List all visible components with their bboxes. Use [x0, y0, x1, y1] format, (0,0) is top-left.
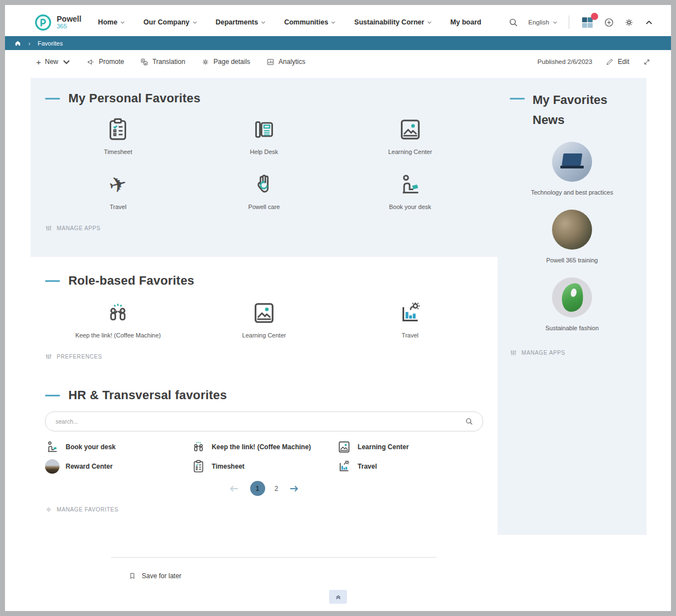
app-window: Powell 365 Home Our Company Departments … [0, 0, 676, 616]
manage-favorites-link[interactable]: MANAGE FAVORITES [45, 506, 118, 513]
page-footer: Save for later [5, 557, 671, 604]
app-label: Timesheet [104, 148, 132, 155]
chevron-down-icon [331, 21, 336, 24]
gear-icon[interactable] [624, 17, 634, 28]
manage-apps-link[interactable]: MANAGE APPS [510, 349, 565, 356]
news-item-label: Powell 365 training [546, 257, 598, 264]
app-tile-travel[interactable]: Travel [337, 300, 483, 339]
app-label: Learning Center [242, 332, 286, 339]
new-label: New [45, 58, 58, 66]
my-favorites-news-panel: My Favorites News Technology and best pr… [498, 78, 647, 535]
app-tile-keep-the-link[interactable]: Keep the link! (Coffee Machine) [45, 300, 191, 339]
search-bar [45, 411, 483, 431]
search-input[interactable] [54, 418, 465, 425]
app-tile-book-your-desk[interactable]: Book your desk [337, 172, 483, 210]
add-icon[interactable] [604, 17, 614, 28]
picture-icon [251, 300, 277, 326]
pagination-page-1[interactable]: 1 [250, 481, 265, 496]
page-details-label: Page details [213, 58, 250, 66]
double-chevron-up-icon [334, 593, 342, 601]
news-item-technology[interactable]: Technology and best practices [531, 142, 613, 196]
edit-label: Edit [618, 58, 629, 66]
favorite-label: Reward Center [66, 463, 113, 470]
nav-item-sustainability-corner[interactable]: Sustainability Corner [354, 18, 432, 26]
home-icon[interactable] [14, 40, 21, 47]
section-header: Role-based Favorites [45, 274, 483, 288]
section-header: My Favorites News [510, 90, 634, 131]
section-header: HR & Transversal favorites [45, 388, 483, 403]
edit-button[interactable]: Edit [605, 58, 629, 66]
news-list: Technology and best practices Powell 365… [510, 142, 634, 331]
pagination-page-2[interactable]: 2 [275, 485, 279, 493]
app-label: Travel [110, 203, 126, 210]
app-tile-learning-center[interactable]: Learning Center [337, 117, 483, 155]
news-item-powell-training[interactable]: Powell 365 training [546, 210, 598, 264]
app-label: Powell care [248, 203, 280, 210]
scroll-to-top-button[interactable] [329, 590, 347, 604]
app-tile-help-desk[interactable]: Help Desk [191, 117, 337, 155]
language-selector[interactable]: English [528, 19, 558, 26]
app-launcher-icon[interactable] [580, 16, 594, 29]
search-icon[interactable] [508, 17, 519, 28]
nav-item-departments[interactable]: Departments [216, 18, 266, 26]
search-icon[interactable] [465, 417, 474, 426]
preferences-link[interactable]: PREFERENCES [45, 353, 102, 360]
favorite-item-learning-center[interactable]: Learning Center [337, 440, 483, 454]
clipboard-icon [105, 117, 131, 142]
logo-text: Powell 365 [57, 15, 81, 29]
app-tile-travel[interactable]: ✈ Travel [45, 172, 191, 210]
page-details-button[interactable]: Page details [201, 58, 250, 66]
favorite-item-travel[interactable]: Travel [337, 459, 483, 474]
favorite-item-timesheet[interactable]: Timesheet [191, 459, 337, 474]
pagination-prev-icon[interactable] [227, 482, 241, 495]
expand-icon[interactable] [643, 58, 651, 66]
sliders-icon [45, 353, 52, 360]
chevron-down-icon [553, 21, 558, 24]
nav-item-my-board[interactable]: My board [450, 18, 481, 26]
promote-label: Promote [99, 58, 124, 66]
published-status: Published 2/6/2023 [538, 58, 592, 65]
manage-apps-link[interactable]: MANAGE APPS [45, 225, 101, 232]
nav-label: Sustainability Corner [354, 18, 424, 26]
favorite-label: Learning Center [357, 443, 409, 451]
favorites-list: Book your desk Keep the link! (Coffee Ma… [45, 440, 483, 474]
news-image-technology[interactable] [552, 142, 592, 182]
desk-phone-icon [251, 117, 277, 142]
promote-button[interactable]: Promote [87, 58, 124, 66]
breadcrumb: › Favorites [5, 36, 671, 50]
nav-item-home[interactable]: Home [98, 18, 125, 26]
brand-name: Powell [57, 15, 81, 23]
new-button[interactable]: + New [36, 57, 71, 67]
notification-badge [591, 13, 598, 20]
powell-365-logo[interactable]: Powell 365 [34, 13, 81, 32]
role-based-favorites-section: Role-based Favorites Keep the link! (Cof… [31, 274, 498, 362]
section-title: My Personal Favorites [68, 91, 201, 106]
app-label: Help Desk [250, 148, 279, 155]
collapse-header-icon[interactable] [644, 17, 654, 28]
favorite-label: Book your desk [66, 443, 116, 451]
title-dash [510, 98, 525, 100]
save-for-later-button[interactable]: Save for later [128, 572, 181, 580]
app-tile-timesheet[interactable]: Timesheet [45, 117, 191, 155]
analytics-icon [266, 58, 275, 66]
manage-apps-label: MANAGE APPS [57, 225, 101, 231]
pagination: 1 2 [45, 481, 483, 496]
news-image-fashion[interactable] [552, 277, 592, 317]
translation-button[interactable]: Translation [140, 58, 185, 66]
breadcrumb-separator: › [28, 40, 31, 47]
app-label: Book your desk [389, 203, 431, 210]
nav-item-our-company[interactable]: Our Company [143, 18, 197, 26]
hr-transversal-favorites-section: HR & Transversal favorites Book your des… [31, 388, 498, 515]
favorite-item-reward-center[interactable]: Reward Center [45, 459, 191, 474]
app-tile-powell-care[interactable]: Powell care [191, 172, 337, 210]
news-image-training[interactable] [552, 210, 592, 250]
pagination-next-icon[interactable] [287, 482, 301, 495]
app-tile-learning-center[interactable]: Learning Center [191, 300, 337, 339]
favorite-item-book-your-desk[interactable]: Book your desk [45, 440, 191, 454]
analytics-button[interactable]: Analytics [266, 58, 305, 66]
nav-item-communities[interactable]: Communities [284, 18, 336, 26]
chevron-down-icon [261, 21, 266, 24]
favorite-item-keep-the-link[interactable]: Keep the link! (Coffee Machine) [191, 440, 337, 454]
news-item-sustainable-fashion[interactable]: Sustainable fashion [545, 277, 599, 331]
app-label: Keep the link! (Coffee Machine) [75, 332, 161, 339]
